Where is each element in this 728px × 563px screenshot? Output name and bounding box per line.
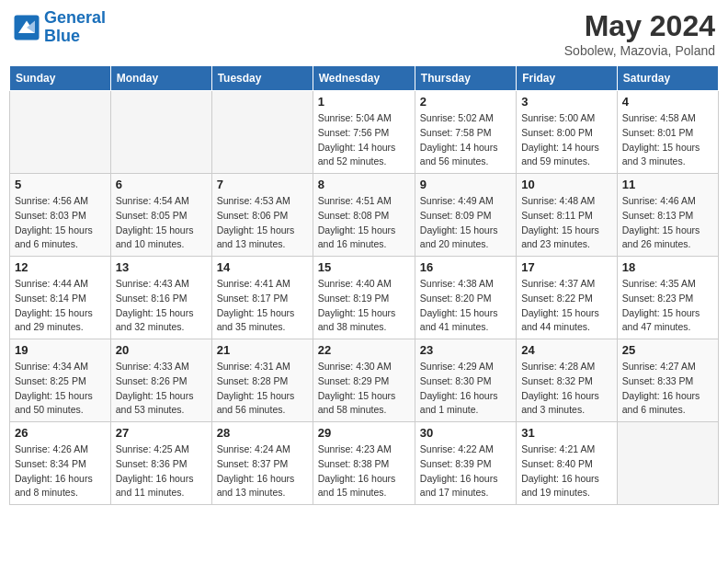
day-info: Sunrise: 4:44 AMSunset: 8:14 PMDaylight:…: [15, 277, 106, 335]
calendar-cell: 29Sunrise: 4:23 AMSunset: 8:38 PMDayligh…: [313, 422, 415, 505]
calendar-cell: 14Sunrise: 4:41 AMSunset: 8:17 PMDayligh…: [211, 257, 313, 339]
day-number: 5: [15, 178, 106, 191]
day-number: 30: [420, 426, 511, 440]
week-row-2: 5Sunrise: 4:56 AMSunset: 8:03 PMDaylight…: [10, 174, 719, 257]
calendar-subtitle: Sobolew, Mazovia, Poland: [564, 43, 715, 58]
day-info: Sunrise: 4:48 AMSunset: 8:11 PMDaylight:…: [521, 194, 612, 252]
weekday-header-saturday: Saturday: [617, 66, 718, 91]
day-number: 22: [318, 343, 410, 357]
calendar-cell: 10Sunrise: 4:48 AMSunset: 8:11 PMDayligh…: [517, 174, 618, 257]
day-info: Sunrise: 5:04 AMSunset: 7:56 PMDaylight:…: [318, 111, 410, 169]
day-number: 25: [622, 343, 713, 357]
calendar-cell: 27Sunrise: 4:25 AMSunset: 8:36 PMDayligh…: [110, 422, 211, 505]
day-info: Sunrise: 4:54 AMSunset: 8:05 PMDaylight:…: [116, 194, 207, 252]
calendar-cell: 31Sunrise: 4:21 AMSunset: 8:40 PMDayligh…: [517, 422, 618, 505]
day-info: Sunrise: 4:25 AMSunset: 8:36 PMDaylight:…: [116, 442, 207, 500]
calendar-cell: 20Sunrise: 4:33 AMSunset: 8:26 PMDayligh…: [110, 339, 211, 422]
day-info: Sunrise: 4:40 AMSunset: 8:19 PMDaylight:…: [318, 277, 410, 335]
calendar-cell: 1Sunrise: 5:04 AMSunset: 7:56 PMDaylight…: [313, 91, 415, 174]
calendar-cell: 12Sunrise: 4:44 AMSunset: 8:14 PMDayligh…: [10, 257, 111, 339]
day-info: Sunrise: 4:58 AMSunset: 8:01 PMDaylight:…: [622, 111, 713, 169]
page-header: General Blue May 2024 Sobolew, Mazovia, …: [9, 9, 719, 58]
day-number: 3: [521, 95, 612, 109]
day-number: 16: [420, 260, 511, 274]
day-number: 6: [116, 178, 207, 191]
day-number: 1: [318, 95, 410, 109]
day-number: 2: [420, 95, 511, 109]
day-info: Sunrise: 4:30 AMSunset: 8:29 PMDaylight:…: [318, 360, 410, 418]
day-info: Sunrise: 4:21 AMSunset: 8:40 PMDaylight:…: [521, 442, 612, 500]
calendar-cell: 15Sunrise: 4:40 AMSunset: 8:19 PMDayligh…: [313, 257, 415, 339]
day-info: Sunrise: 5:02 AMSunset: 7:58 PMDaylight:…: [420, 111, 511, 169]
logo: General Blue: [13, 9, 106, 46]
day-number: 10: [521, 178, 612, 191]
calendar-cell: 25Sunrise: 4:27 AMSunset: 8:33 PMDayligh…: [617, 339, 718, 422]
day-number: 13: [116, 260, 207, 274]
day-info: Sunrise: 4:56 AMSunset: 8:03 PMDaylight:…: [15, 194, 106, 252]
calendar-cell: [211, 91, 313, 174]
calendar-cell: 18Sunrise: 4:35 AMSunset: 8:23 PMDayligh…: [617, 257, 718, 339]
calendar-cell: 19Sunrise: 4:34 AMSunset: 8:25 PMDayligh…: [10, 339, 111, 422]
calendar-cell: 28Sunrise: 4:24 AMSunset: 8:37 PMDayligh…: [211, 422, 313, 505]
day-number: 21: [217, 343, 308, 357]
calendar-cell: 17Sunrise: 4:37 AMSunset: 8:22 PMDayligh…: [517, 257, 618, 339]
day-info: Sunrise: 4:28 AMSunset: 8:32 PMDaylight:…: [521, 360, 612, 418]
day-number: 28: [217, 426, 308, 440]
day-info: Sunrise: 4:38 AMSunset: 8:20 PMDaylight:…: [420, 277, 511, 335]
week-row-5: 26Sunrise: 4:26 AMSunset: 8:34 PMDayligh…: [10, 422, 719, 505]
calendar-cell: 4Sunrise: 4:58 AMSunset: 8:01 PMDaylight…: [617, 91, 718, 174]
calendar-cell: 5Sunrise: 4:56 AMSunset: 8:03 PMDaylight…: [10, 174, 111, 257]
weekday-header-monday: Monday: [110, 66, 211, 91]
day-number: 29: [318, 426, 410, 440]
day-number: 27: [116, 426, 207, 440]
day-info: Sunrise: 4:46 AMSunset: 8:13 PMDaylight:…: [622, 194, 713, 252]
day-number: 14: [217, 260, 308, 274]
day-number: 31: [521, 426, 612, 440]
day-info: Sunrise: 4:27 AMSunset: 8:33 PMDaylight:…: [622, 360, 713, 418]
day-number: 4: [622, 95, 713, 109]
day-number: 12: [15, 260, 106, 274]
calendar-cell: 8Sunrise: 4:51 AMSunset: 8:08 PMDaylight…: [313, 174, 415, 257]
day-info: Sunrise: 4:29 AMSunset: 8:30 PMDaylight:…: [420, 360, 511, 418]
title-block: May 2024 Sobolew, Mazovia, Poland: [564, 9, 715, 58]
day-number: 11: [622, 178, 713, 191]
day-info: Sunrise: 4:22 AMSunset: 8:39 PMDaylight:…: [420, 442, 511, 500]
calendar-cell: 2Sunrise: 5:02 AMSunset: 7:58 PMDaylight…: [415, 91, 516, 174]
calendar-cell: 24Sunrise: 4:28 AMSunset: 8:32 PMDayligh…: [517, 339, 618, 422]
day-info: Sunrise: 4:41 AMSunset: 8:17 PMDaylight:…: [217, 277, 308, 335]
day-number: 26: [15, 426, 106, 440]
calendar-cell: 16Sunrise: 4:38 AMSunset: 8:20 PMDayligh…: [415, 257, 516, 339]
day-number: 24: [521, 343, 612, 357]
calendar-cell: 22Sunrise: 4:30 AMSunset: 8:29 PMDayligh…: [313, 339, 415, 422]
weekday-header-thursday: Thursday: [415, 66, 516, 91]
day-number: 8: [318, 178, 410, 191]
day-info: Sunrise: 4:33 AMSunset: 8:26 PMDaylight:…: [116, 360, 207, 418]
day-number: 17: [521, 260, 612, 274]
calendar-cell: 6Sunrise: 4:54 AMSunset: 8:05 PMDaylight…: [110, 174, 211, 257]
calendar-title: May 2024: [564, 9, 715, 43]
day-info: Sunrise: 4:31 AMSunset: 8:28 PMDaylight:…: [217, 360, 308, 418]
calendar-table: SundayMondayTuesdayWednesdayThursdayFrid…: [9, 65, 719, 505]
logo-text: General Blue: [44, 9, 106, 46]
calendar-cell: 13Sunrise: 4:43 AMSunset: 8:16 PMDayligh…: [110, 257, 211, 339]
weekday-header-row: SundayMondayTuesdayWednesdayThursdayFrid…: [10, 66, 719, 91]
day-number: 7: [217, 178, 308, 191]
day-number: 20: [116, 343, 207, 357]
day-info: Sunrise: 4:53 AMSunset: 8:06 PMDaylight:…: [217, 194, 308, 252]
day-number: 18: [622, 260, 713, 274]
day-number: 19: [15, 343, 106, 357]
calendar-cell: [110, 91, 211, 174]
day-info: Sunrise: 4:24 AMSunset: 8:37 PMDaylight:…: [217, 442, 308, 500]
weekday-header-wednesday: Wednesday: [313, 66, 415, 91]
day-info: Sunrise: 4:43 AMSunset: 8:16 PMDaylight:…: [116, 277, 207, 335]
week-row-3: 12Sunrise: 4:44 AMSunset: 8:14 PMDayligh…: [10, 257, 719, 339]
calendar-cell: 30Sunrise: 4:22 AMSunset: 8:39 PMDayligh…: [415, 422, 516, 505]
calendar-cell: [617, 422, 718, 505]
calendar-cell: 9Sunrise: 4:49 AMSunset: 8:09 PMDaylight…: [415, 174, 516, 257]
calendar-cell: 11Sunrise: 4:46 AMSunset: 8:13 PMDayligh…: [617, 174, 718, 257]
day-info: Sunrise: 4:35 AMSunset: 8:23 PMDaylight:…: [622, 277, 713, 335]
day-info: Sunrise: 4:37 AMSunset: 8:22 PMDaylight:…: [521, 277, 612, 335]
calendar-cell: 3Sunrise: 5:00 AMSunset: 8:00 PMDaylight…: [517, 91, 618, 174]
weekday-header-tuesday: Tuesday: [211, 66, 313, 91]
calendar-cell: 23Sunrise: 4:29 AMSunset: 8:30 PMDayligh…: [415, 339, 516, 422]
